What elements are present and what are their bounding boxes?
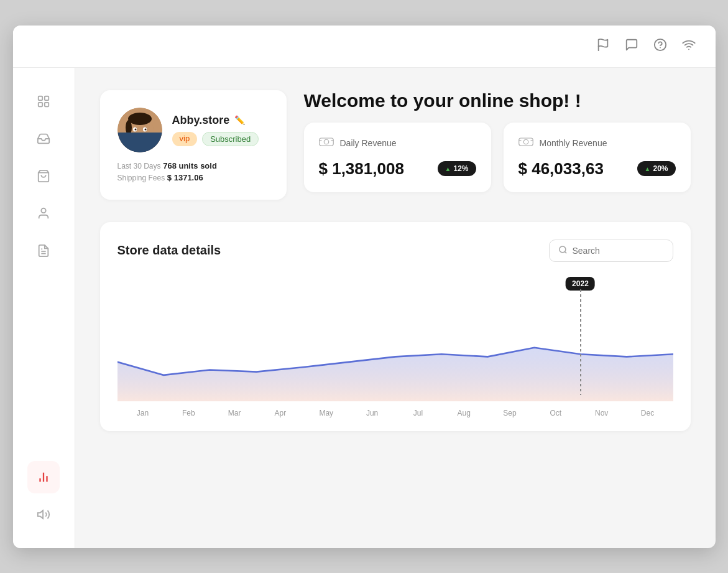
store-section-header: Store data details — [117, 240, 673, 262]
top-section: Abby.store ✏️ vip Subscribed Last 30 Day… — [100, 90, 691, 200]
sidebar-item-dashboard[interactable] — [27, 85, 60, 118]
flag-icon[interactable] — [596, 38, 610, 55]
sidebar-item-analytics[interactable] — [27, 461, 60, 493]
svg-point-21 — [126, 120, 132, 135]
svg-rect-6 — [39, 102, 42, 106]
svg-point-25 — [144, 128, 146, 130]
svg-rect-18 — [135, 140, 145, 147]
shipping-fees-value: $ 1371.06 — [167, 173, 203, 182]
shipping-fees-row: Shipping Fees $ 1371.06 — [117, 173, 269, 182]
chart-label-oct: Oct — [533, 409, 579, 417]
welcome-right: Welcome to your online shop! ! — [304, 90, 691, 200]
chat-icon[interactable] — [625, 38, 638, 55]
svg-point-27 — [324, 139, 329, 144]
svg-point-17 — [122, 146, 157, 152]
search-input[interactable] — [573, 246, 664, 256]
chart-svg — [117, 277, 673, 401]
chart-tooltip: 2022 — [566, 277, 595, 291]
search-box[interactable] — [549, 240, 673, 262]
welcome-title: Welcome to your online shop! ! — [304, 90, 691, 111]
profile-name-row: Abby.store ✏️ vip Subscribed — [172, 114, 259, 146]
badges: vip Subscribed — [172, 132, 259, 146]
body-layout: Abby.store ✏️ vip Subscribed Last 30 Day… — [13, 68, 716, 548]
monthly-revenue-row: $ 46,033,63 ▲ 20% — [518, 159, 676, 179]
daily-revenue-header: Daily Revenue — [319, 136, 476, 151]
shipping-fees-label: Shipping Fees — [117, 174, 165, 182]
edit-icon[interactable]: ✏️ — [234, 115, 245, 125]
chart-label-nov: Nov — [579, 409, 625, 417]
svg-rect-5 — [45, 96, 48, 100]
monthly-revenue-header: Monthly Revenue — [518, 136, 676, 151]
revenue-cards: Daily Revenue $ 1,381,008 ▲ 12% — [304, 123, 691, 192]
profile-header: Abby.store ✏️ vip Subscribed — [117, 108, 269, 152]
monthly-revenue-label: Monthly Revenue — [540, 138, 607, 148]
svg-point-20 — [128, 113, 152, 125]
sidebar — [13, 68, 75, 548]
sidebar-item-users[interactable] — [27, 197, 60, 230]
chart-label-may: May — [303, 409, 349, 417]
profile-name: Abby.store ✏️ — [172, 114, 259, 127]
app-window: Abby.store ✏️ vip Subscribed Last 30 Day… — [13, 26, 716, 548]
monthly-revenue-amount: $ 46,033,63 — [518, 159, 604, 179]
daily-revenue-badge: ▲ 12% — [438, 161, 476, 176]
help-icon[interactable] — [653, 38, 667, 55]
chart-label-feb: Feb — [165, 409, 211, 417]
search-icon — [558, 245, 568, 256]
svg-rect-7 — [45, 102, 48, 106]
avatar — [117, 108, 162, 152]
chart-dashed-line — [580, 289, 581, 395]
svg-point-34 — [559, 246, 565, 252]
top-bar — [13, 26, 716, 68]
chart-labels: Jan Feb Mar Apr May Jun Jul Aug Sep Oct … — [117, 409, 673, 417]
subscribed-badge: Subscribed — [202, 132, 259, 146]
units-sold-value: 768 units sold — [163, 161, 217, 170]
svg-rect-4 — [39, 96, 42, 100]
daily-revenue-amount: $ 1,381,008 — [319, 159, 404, 179]
monthly-revenue-badge: ▲ 20% — [637, 161, 676, 176]
daily-revenue-icon — [319, 136, 334, 151]
sidebar-item-inbox[interactable] — [27, 123, 60, 155]
chart-label-mar: Mar — [211, 409, 257, 417]
store-data-section: Store data details 2022 — [100, 222, 691, 431]
units-sold-row: Last 30 Days 768 units sold — [117, 161, 269, 170]
store-section-title: Store data details — [117, 243, 221, 258]
monthly-revenue-icon — [518, 136, 533, 151]
chart-label-dec: Dec — [625, 409, 671, 417]
chart-label-jun: Jun — [349, 409, 395, 417]
daily-revenue-label: Daily Revenue — [340, 138, 397, 148]
sidebar-item-reports[interactable] — [27, 235, 60, 267]
chart-label-jan: Jan — [120, 409, 166, 417]
profile-stats: Last 30 Days 768 units sold Shipping Fee… — [117, 161, 269, 182]
chart-label-sep: Sep — [487, 409, 533, 417]
units-sold-label: Last 30 Days — [117, 162, 161, 170]
monthly-arrow-up-icon: ▲ — [645, 165, 651, 172]
profile-card: Abby.store ✏️ vip Subscribed Last 30 Day… — [100, 90, 287, 200]
chart-label-aug: Aug — [441, 409, 487, 417]
chart-label-jul: Jul — [395, 409, 441, 417]
chart-label-apr: Apr — [257, 409, 303, 417]
svg-point-24 — [134, 128, 136, 130]
svg-point-9 — [41, 208, 45, 212]
chart-container: 2022 — [117, 277, 673, 414]
daily-revenue-row: $ 1,381,008 ▲ 12% — [319, 159, 476, 179]
monthly-revenue-card: Monthly Revenue $ 46,033,63 ▲ 20% — [504, 123, 691, 192]
svg-point-31 — [523, 139, 528, 144]
sidebar-item-shop[interactable] — [27, 160, 60, 192]
svg-marker-15 — [38, 510, 43, 518]
arrow-up-icon: ▲ — [445, 165, 451, 172]
daily-revenue-card: Daily Revenue $ 1,381,008 ▲ 12% — [304, 123, 491, 192]
svg-line-35 — [564, 251, 566, 253]
sidebar-item-marketing[interactable] — [27, 498, 60, 531]
main-content: Abby.store ✏️ vip Subscribed Last 30 Day… — [75, 68, 716, 548]
vip-badge: vip — [172, 132, 198, 146]
wifi-icon[interactable] — [682, 38, 696, 55]
